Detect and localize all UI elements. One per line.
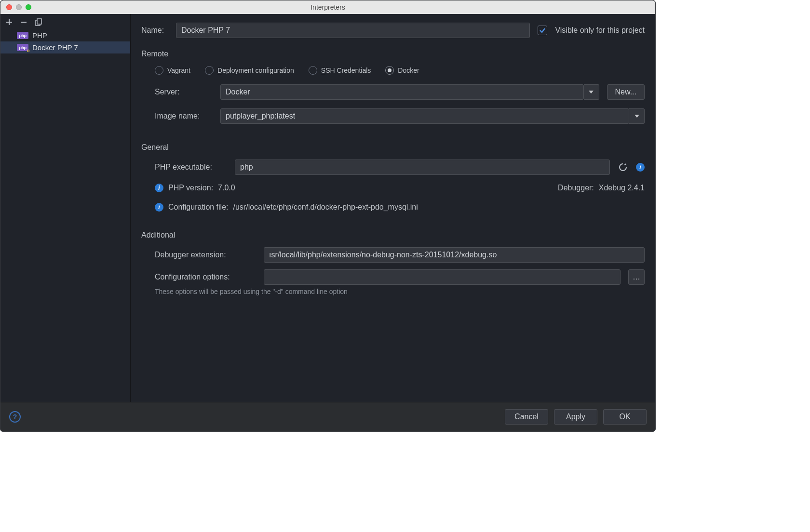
chevron-down-icon xyxy=(589,91,594,93)
config-options-label: Configuration options: xyxy=(155,273,256,281)
apply-button[interactable]: Apply xyxy=(554,409,597,425)
image-name-label: Image name: xyxy=(155,112,213,120)
svg-rect-1 xyxy=(37,19,41,24)
remote-section-title: Remote xyxy=(141,50,645,58)
php-version-value: 7.0.0 xyxy=(218,184,235,192)
add-icon[interactable] xyxy=(5,18,13,26)
radio-deployment[interactable]: Deployment configuration xyxy=(205,66,294,75)
config-file-value: /usr/local/etc/php/conf.d/docker-php-ext… xyxy=(233,203,418,212)
refresh-icon[interactable] xyxy=(618,162,628,173)
name-label: Name: xyxy=(141,26,168,35)
image-name-select[interactable] xyxy=(220,108,629,124)
radio-docker[interactable]: Docker xyxy=(385,66,419,75)
info-icon[interactable]: i xyxy=(636,163,645,172)
interpreter-label: PHP xyxy=(32,31,47,40)
server-select[interactable] xyxy=(220,84,584,100)
info-icon: i xyxy=(155,184,163,192)
debugger-ext-input[interactable] xyxy=(264,247,645,263)
php-executable-input[interactable] xyxy=(235,160,610,175)
interpreter-details: Name: Visible only for this project Remo… xyxy=(131,14,655,402)
remote-type-radiogroup: Vagrant Deployment configuration SSH Cre… xyxy=(141,66,645,75)
debugger-label: Debugger: xyxy=(558,184,594,192)
server-label: Server: xyxy=(155,88,213,96)
info-icon: i xyxy=(155,203,163,212)
debugger-value: Xdebug 2.4.1 xyxy=(599,184,645,192)
server-dropdown-button[interactable] xyxy=(584,84,599,100)
image-dropdown-button[interactable] xyxy=(629,108,645,124)
config-options-input[interactable] xyxy=(264,269,621,285)
visible-project-checkbox[interactable] xyxy=(538,26,547,35)
php-executable-label: PHP executable: xyxy=(155,163,227,172)
debugger-ext-label: Debugger extension: xyxy=(155,251,256,259)
window-title: Interpreters xyxy=(0,3,655,11)
config-options-browse-button[interactable]: … xyxy=(628,269,645,285)
php-version-label: PHP version: xyxy=(168,184,213,192)
chevron-down-icon xyxy=(634,115,639,118)
config-options-hint: These options will be passed using the "… xyxy=(141,288,645,295)
new-server-button[interactable]: New... xyxy=(607,84,645,100)
copy-icon[interactable] xyxy=(34,18,43,27)
radio-ssh[interactable]: SSH Credentials xyxy=(309,66,371,75)
general-section-title: General xyxy=(141,143,645,152)
name-input[interactable] xyxy=(176,23,530,38)
interpreter-list-panel: php PHP php Docker PHP 7 xyxy=(0,14,131,402)
php-remote-icon: php xyxy=(17,44,28,51)
visible-project-label: Visible only for this project xyxy=(555,26,645,35)
ok-button[interactable]: OK xyxy=(603,409,647,425)
radio-vagrant[interactable]: Vagrant xyxy=(155,66,190,75)
titlebar: Interpreters xyxy=(0,0,655,14)
interpreters-dialog: Interpreters php PHP ph xyxy=(0,0,656,432)
help-button[interactable]: ? xyxy=(9,411,21,423)
dialog-footer: ? Cancel Apply OK xyxy=(0,402,655,431)
cancel-button[interactable]: Cancel xyxy=(505,409,548,425)
interpreter-label: Docker PHP 7 xyxy=(32,43,78,52)
php-icon: php xyxy=(17,32,28,39)
config-file-label: Configuration file: xyxy=(168,203,229,212)
interpreter-list-item[interactable]: php Docker PHP 7 xyxy=(0,41,130,53)
additional-section-title: Additional xyxy=(141,231,645,239)
interpreter-list-item[interactable]: php PHP xyxy=(0,29,130,41)
remove-icon[interactable] xyxy=(20,18,27,26)
